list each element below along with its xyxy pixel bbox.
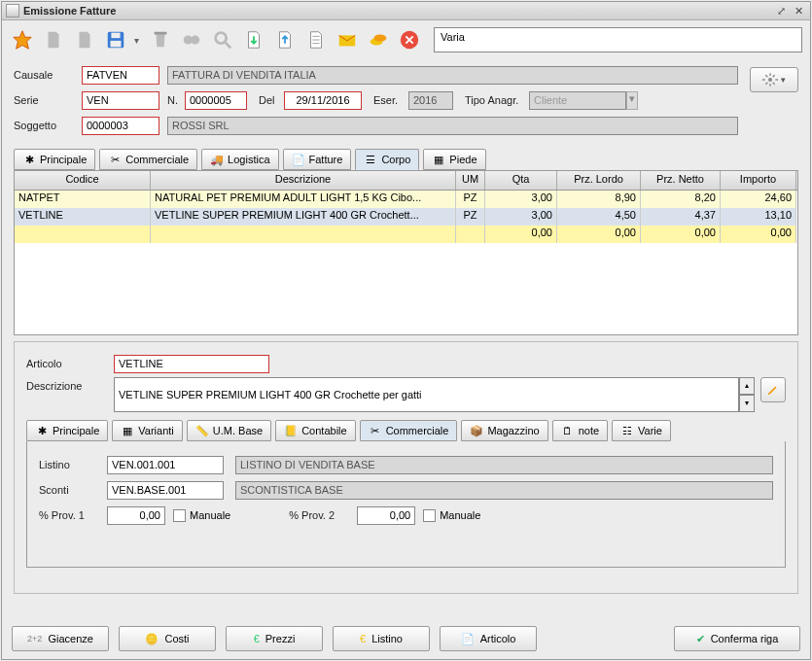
save-button[interactable] xyxy=(103,27,128,52)
dtab-principale[interactable]: ✱Principale xyxy=(26,420,108,441)
soggetto-desc xyxy=(167,117,738,135)
new-star-button[interactable] xyxy=(10,27,35,52)
causale-input[interactable] xyxy=(82,66,159,85)
cell-codice: NATPET xyxy=(15,191,151,208)
truck-icon: 🚚 xyxy=(210,153,224,166)
cell-qta: 0,00 xyxy=(485,226,557,243)
col-codice[interactable]: Codice xyxy=(15,171,151,190)
varia-input[interactable]: Varia xyxy=(434,27,802,52)
dtab-contabile[interactable]: 📒Contabile xyxy=(275,420,355,441)
search-button[interactable] xyxy=(210,27,235,52)
svg-rect-4 xyxy=(155,32,167,35)
save-dropdown-icon[interactable]: ▾ xyxy=(134,35,142,46)
col-descrizione[interactable]: Descrizione xyxy=(151,171,456,190)
table-row[interactable]: VETLINEVETLINE SUPER PREMIUM LIGHT 400 G… xyxy=(15,208,797,226)
prov1-input[interactable] xyxy=(107,506,165,525)
serie-label: Serie xyxy=(14,94,82,106)
prov1-label: % Prov. 1 xyxy=(39,509,107,521)
money-button[interactable] xyxy=(366,27,391,52)
grid-body: NATPETNATURAL PET PREMIUM ADULT LIGHT 1,… xyxy=(15,191,797,243)
dtab-commerciale[interactable]: ✂Commerciale xyxy=(360,420,458,441)
main-tabs: ✱Principale ✂Commerciale 🚚Logistica 📄Fat… xyxy=(2,147,810,170)
euro-icon: € xyxy=(254,633,260,644)
conferma-button[interactable]: ✔Conferma riga xyxy=(674,626,800,651)
listino-label: Listino xyxy=(39,459,107,470)
import-button[interactable] xyxy=(241,27,266,52)
descrizione-input[interactable] xyxy=(114,377,739,412)
body-icon: ☰ xyxy=(364,153,377,166)
close-icon[interactable]: ✕ xyxy=(791,4,806,17)
gear-icon xyxy=(762,72,778,87)
col-qta[interactable]: Qta xyxy=(485,171,557,190)
n-label: N. xyxy=(167,94,185,106)
cell-codice: VETLINE xyxy=(15,208,151,226)
prov2-input[interactable] xyxy=(357,506,415,525)
dtab-varianti[interactable]: ▦Varianti xyxy=(112,420,182,441)
table-row[interactable]: NATPETNATURAL PET PREMIUM ADULT LIGHT 1,… xyxy=(15,191,797,208)
giacenze-icon: 2+2 xyxy=(27,634,42,644)
cell-um: PZ xyxy=(456,191,485,208)
del-input[interactable] xyxy=(284,91,362,110)
cell-lordo: 0,00 xyxy=(557,226,641,243)
chevron-up-icon[interactable]: ▴ xyxy=(739,377,755,395)
manuale2-checkbox[interactable] xyxy=(423,509,436,522)
edit-desc-button[interactable] xyxy=(760,377,786,402)
chevron-down-icon[interactable]: ▾ xyxy=(739,395,755,412)
doc-prev-button[interactable] xyxy=(41,27,66,52)
serie-input[interactable] xyxy=(82,91,159,110)
tab-corpo[interactable]: ☰Corpo xyxy=(355,149,419,170)
listino-input[interactable] xyxy=(107,456,224,474)
sconti-input[interactable] xyxy=(107,481,224,500)
tab-logistica[interactable]: 🚚Logistica xyxy=(201,149,278,170)
invoice-icon: 📄 xyxy=(292,153,305,166)
dtab-note[interactable]: 🗒note xyxy=(552,420,608,441)
settings-button[interactable]: ▾ xyxy=(750,67,798,92)
lines-grid[interactable]: Codice Descrizione UM Qta Prz. Lordo Prz… xyxy=(14,170,798,335)
listino-button[interactable]: €Listino xyxy=(333,626,430,651)
cell-qta: 3,00 xyxy=(485,208,557,226)
window-icon xyxy=(6,4,19,17)
col-netto[interactable]: Prz. Netto xyxy=(641,171,721,190)
numero-input[interactable] xyxy=(185,91,247,110)
tab-piede[interactable]: ▦Piede xyxy=(423,149,485,170)
prov2-label: % Prov. 2 xyxy=(289,509,357,521)
mail-button[interactable] xyxy=(335,27,360,52)
manuale1-checkbox[interactable] xyxy=(173,509,186,522)
dtab-magazzino[interactable]: 📦Magazzino xyxy=(461,420,547,441)
tab-fatture[interactable]: 📄Fatture xyxy=(283,149,352,170)
col-importo[interactable]: Importo xyxy=(721,171,796,190)
col-lordo[interactable]: Prz. Lordo xyxy=(557,171,641,190)
tab-principale[interactable]: ✱Principale xyxy=(14,149,95,170)
articolo-input[interactable] xyxy=(114,355,269,373)
window-title: Emissione Fatture xyxy=(23,5,771,17)
cell-um xyxy=(456,226,485,243)
articolo-label: Articolo xyxy=(26,358,114,369)
sconti-label: Sconti xyxy=(39,484,107,496)
delete-button[interactable] xyxy=(148,27,173,52)
descrizione-label: Descrizione xyxy=(26,377,114,392)
tab-commerciale[interactable]: ✂Commerciale xyxy=(99,149,197,170)
table-row[interactable]: 0,000,000,000,00 xyxy=(15,226,797,243)
cell-qta: 3,00 xyxy=(485,191,557,208)
articolo-button[interactable]: 📄Articolo xyxy=(440,626,537,651)
minimize-icon[interactable]: ⤢ xyxy=(773,4,789,17)
giacenze-button[interactable]: 2+2Giacenze xyxy=(12,626,109,651)
close-button[interactable] xyxy=(397,27,422,52)
dtab-um[interactable]: 📏U.M. Base xyxy=(187,420,271,441)
svg-rect-3 xyxy=(111,41,122,47)
list-button[interactable] xyxy=(303,27,329,52)
svg-point-7 xyxy=(216,33,227,44)
link-button[interactable] xyxy=(179,27,204,52)
col-um[interactable]: UM xyxy=(456,171,485,190)
ruler-icon: 📏 xyxy=(195,424,209,437)
dtab-varie[interactable]: ☷Varie xyxy=(612,420,671,441)
doc-next-button[interactable] xyxy=(72,27,97,52)
soggetto-input[interactable] xyxy=(82,117,159,135)
grid-icon: ▦ xyxy=(121,424,134,437)
prezzi-button[interactable]: €Prezzi xyxy=(226,626,323,651)
desc-spinner[interactable]: ▴▾ xyxy=(739,377,755,412)
export-button[interactable] xyxy=(272,27,298,52)
cell-importo: 13,10 xyxy=(721,208,796,226)
costi-button[interactable]: 🪙Costi xyxy=(119,626,216,651)
cell-desc: VETLINE SUPER PREMIUM LIGHT 400 GR Croch… xyxy=(151,208,456,226)
